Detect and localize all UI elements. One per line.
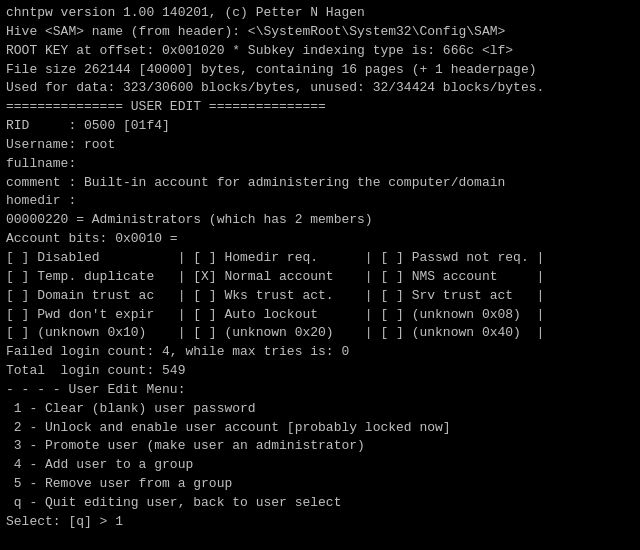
terminal-line-33: Select: [q] > 1 xyxy=(6,513,634,532)
terminal-line-3: File size 262144 [40000] bytes, containi… xyxy=(6,61,634,80)
terminal-line-12: homedir : xyxy=(6,192,634,211)
terminal-line-23: Failed login count: 4, while max tries i… xyxy=(6,343,634,362)
terminal-line-24: Total login count: 549 xyxy=(6,362,634,381)
terminal-line-29: 3 - Promote user (make user an administr… xyxy=(6,437,634,456)
terminal-line-14: 00000220 = Administrators (which has 2 m… xyxy=(6,211,634,230)
terminal-line-9: Username: root xyxy=(6,136,634,155)
terminal-line-30: 4 - Add user to a group xyxy=(6,456,634,475)
terminal-line-18: [ ] Temp. duplicate | [X] Normal account… xyxy=(6,268,634,287)
terminal-line-1: Hive <SAM> name (from header): <\SystemR… xyxy=(6,23,634,42)
terminal-line-2: ROOT KEY at offset: 0x001020 * Subkey in… xyxy=(6,42,634,61)
terminal-line-11: comment : Built-in account for administe… xyxy=(6,174,634,193)
terminal-line-32: q - Quit editing user, back to user sele… xyxy=(6,494,634,513)
terminal-line-6: =============== USER EDIT ==============… xyxy=(6,98,634,117)
terminal-line-8: RID : 0500 [01f4] xyxy=(6,117,634,136)
terminal-line-20: [ ] Pwd don't expir | [ ] Auto lockout |… xyxy=(6,306,634,325)
terminal-line-21: [ ] (unknown 0x10) | [ ] (unknown 0x20) … xyxy=(6,324,634,343)
terminal-line-28: 2 - Unlock and enable user account [prob… xyxy=(6,419,634,438)
terminal-line-10: fullname: xyxy=(6,155,634,174)
terminal-line-0: chntpw version 1.00 140201, (c) Petter N… xyxy=(6,4,634,23)
terminal-line-17: [ ] Disabled | [ ] Homedir req. | [ ] Pa… xyxy=(6,249,634,268)
terminal-line-26: - - - - User Edit Menu: xyxy=(6,381,634,400)
terminal-line-16: Account bits: 0x0010 = xyxy=(6,230,634,249)
terminal-line-19: [ ] Domain trust ac | [ ] Wks trust act.… xyxy=(6,287,634,306)
terminal-window: chntpw version 1.00 140201, (c) Petter N… xyxy=(0,0,640,550)
terminal-line-27: 1 - Clear (blank) user password xyxy=(6,400,634,419)
terminal-line-31: 5 - Remove user from a group xyxy=(6,475,634,494)
terminal-line-4: Used for data: 323/30600 blocks/bytes, u… xyxy=(6,79,634,98)
